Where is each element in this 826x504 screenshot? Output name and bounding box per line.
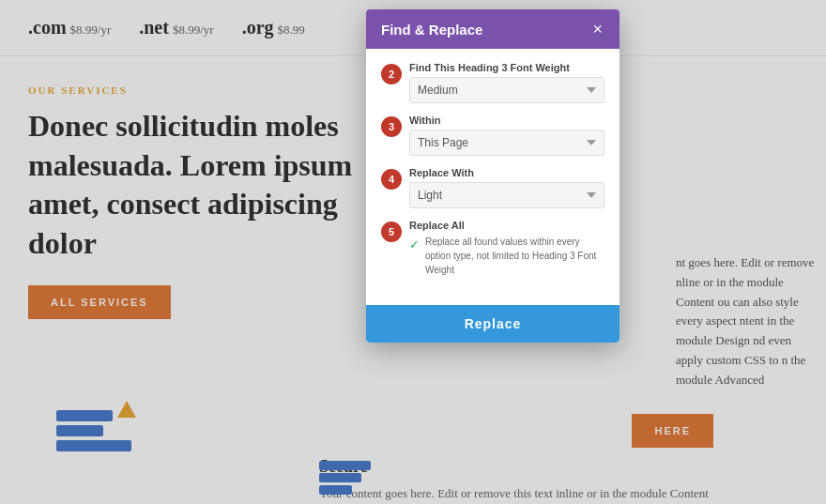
step-3-label: Within [409, 115, 604, 126]
replace-all-desc-text: Replace all found values within every op… [425, 235, 604, 277]
step-4-row: 4 Replace With Light Medium Bold [381, 167, 604, 208]
modal-title: Find & Replace [381, 22, 482, 38]
step-4-content: Replace With Light Medium Bold [409, 167, 604, 208]
modal-header: Find & Replace × [366, 9, 620, 49]
modal-body: 2 Find This Heading 3 Font Weight Medium… [366, 49, 620, 301]
modal-close-button[interactable]: × [590, 21, 604, 38]
step-5-row: 5 Replace All ✓ Replace all found values… [381, 220, 604, 277]
replace-all-description: ✓ Replace all found values within every … [409, 235, 604, 277]
step-4-badge: 4 [381, 169, 402, 190]
step-2-row: 2 Find This Heading 3 Font Weight Medium… [381, 62, 604, 103]
check-icon: ✓ [409, 236, 420, 254]
step-5-badge: 5 [381, 221, 402, 242]
step-4-label: Replace With [409, 167, 604, 178]
step-3-select[interactable]: This Page All Pages Selected Pages [409, 130, 604, 156]
step-3-badge: 3 [381, 116, 402, 137]
replace-button[interactable]: Replace [366, 305, 620, 343]
step-3-row: 3 Within This Page All Pages Selected Pa… [381, 115, 604, 156]
step-4-select[interactable]: Light Medium Bold [409, 182, 604, 208]
step-2-badge: 2 [381, 64, 402, 84]
step-3-content: Within This Page All Pages Selected Page… [409, 115, 604, 156]
step-5-content: Replace All ✓ Replace all found values w… [409, 220, 604, 277]
step-2-select[interactable]: Medium Light Bold [409, 77, 604, 103]
step-5-label: Replace All [409, 220, 604, 231]
step-2-content: Find This Heading 3 Font Weight Medium L… [409, 62, 604, 103]
step-2-label: Find This Heading 3 Font Weight [409, 62, 604, 73]
find-replace-modal: Find & Replace × 2 Find This Heading 3 F… [366, 9, 620, 343]
